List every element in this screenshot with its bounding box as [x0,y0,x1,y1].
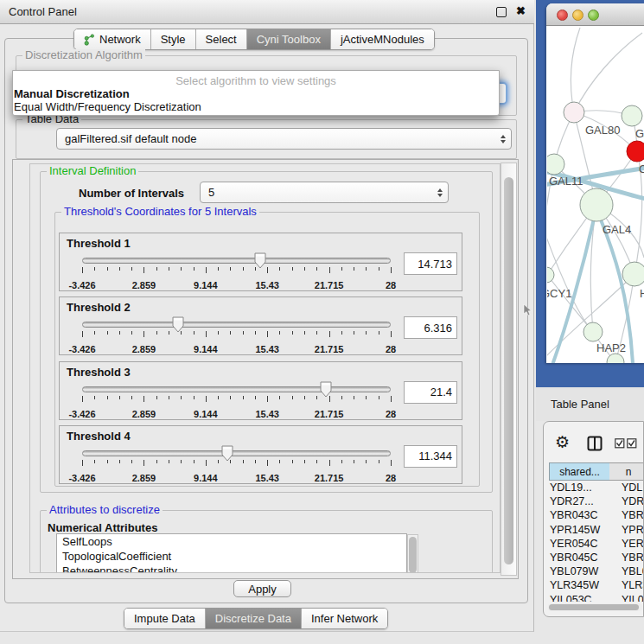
checkbox-pair-icon[interactable] [615,438,637,449]
tab-select[interactable]: Select [196,29,247,49]
mode-tab-infer-network[interactable]: Infer Network [302,609,387,628]
cell-name: YIL0 [622,594,644,602]
network-node-hap2[interactable] [583,322,603,341]
scrollbar-thumb[interactable] [504,177,513,564]
dropdown-option-manual-discretization[interactable]: Manual Discretization [13,87,499,100]
close-window-icon[interactable] [557,10,568,21]
column-header-shared-name[interactable]: shared... [549,462,610,481]
tick-label: 9.144 [194,344,218,354]
table-horizontal-scrollbar[interactable] [548,603,642,611]
interval-definition-group: Interval Definition Number of Intervals … [40,171,493,493]
network-node-ga[interactable] [622,105,642,126]
tick-label: -3.426 [68,473,95,483]
tab-jactivemnodules[interactable]: jActiveMNodules [331,29,434,49]
settings-panel-scrollbar[interactable] [501,163,517,576]
table-row[interactable]: YDR27...YDR2 [549,495,644,509]
table-row[interactable]: YIL053CYIL0 [549,594,644,602]
table-row[interactable]: YPR145WYPR1 [549,524,644,538]
tab-network[interactable]: Network [74,29,151,49]
tick-mark [94,460,95,463]
network-node-gal4[interactable] [580,188,613,221]
dropdown-option-equal-width-frequency-discretization[interactable]: Equal Width/Frequency Discretization [13,100,499,113]
network-node-c[interactable] [627,141,644,162]
tick-mark [206,331,207,337]
tick-label: 15.43 [255,473,279,483]
tick-label: 28 [386,344,396,354]
mode-tab-impute-data[interactable]: Impute Data [124,609,206,628]
tick-mark [279,396,280,399]
table-row[interactable]: YLR345WYLR3 [549,579,644,593]
numerical-attributes-list[interactable]: SelfLoopsTopologicalCoefficientBetweenne… [56,533,407,573]
gear-icon[interactable]: ⚙ [555,434,570,450]
tick-label: 15.43 [255,280,279,290]
table-row[interactable]: YER054CYER0 [549,538,644,552]
scrollbar-thumb[interactable] [549,604,639,610]
apply-button[interactable]: Apply [233,580,291,597]
zoom-window-icon[interactable] [588,10,599,21]
close-panel-icon[interactable]: ✖ [516,4,526,17]
slider-track[interactable] [82,386,391,392]
threshold-value-field[interactable]: 21.4 [404,381,457,404]
slider-track[interactable] [82,322,391,328]
network-edge[interactable] [571,28,580,112]
threshold-slider[interactable]: -3.4262.8599.14415.4321.71528 [82,383,391,421]
slider-handle[interactable] [254,252,266,269]
tab-style[interactable]: Style [151,29,196,49]
tab-label: Select [206,33,237,46]
tick-label: -3.426 [68,280,95,290]
node-label: GA [635,127,644,140]
network-node-gcy1[interactable] [547,267,554,283]
number-of-intervals-combobox[interactable]: 5 [200,182,449,203]
scrollbar-thumb[interactable] [409,537,417,573]
network-node-gal11[interactable] [547,154,564,175]
slider-track[interactable] [82,258,391,264]
attribute-item-selfloops[interactable]: SelfLoops [57,534,406,549]
network-node-h[interactable] [622,262,644,286]
number-of-intervals-value: 5 [201,186,214,199]
threshold-value-field[interactable]: 6.316 [404,316,457,339]
minimize-window-icon[interactable] [572,10,583,21]
tick-mark [131,267,132,271]
attributes-list-scrollbar[interactable] [407,534,418,573]
cell-name: YDL1 [622,481,644,494]
tick-mark [354,267,354,271]
node-label: C [639,163,644,175]
mode-tab-discretize-data[interactable]: Discretize Data [206,609,302,628]
tick-mark [82,460,83,466]
attribute-item-topologicalcoefficient[interactable]: TopologicalCoefficient [57,549,406,564]
slider-handle[interactable] [172,316,184,333]
cell-shared-name: YLR345W [550,579,599,591]
float-window-icon[interactable] [496,7,507,17]
slider-track[interactable] [82,450,391,456]
network-canvas[interactable]: GAL80GACGAL11GAL4GCY1HHAP2 [547,26,644,363]
column-layout-icon[interactable] [587,436,603,451]
slider-handle[interactable] [221,445,233,462]
threshold-value-field[interactable]: 14.713 [404,252,457,275]
tick-mark [206,396,207,402]
tick-mark [316,267,317,271]
tick-mark [107,460,108,463]
threshold-slider[interactable]: -3.4262.8599.14415.4321.71528 [82,318,391,356]
table-row[interactable]: YBR045CYBR0 [549,552,644,565]
cell-shared-name: YPR145W [550,524,600,536]
threshold-value-field[interactable]: 11.344 [404,445,457,468]
threshold-slider[interactable]: -3.4262.8599.14415.4321.71528 [82,254,391,292]
tab-cyni-toolbox[interactable]: Cyni Toolbox [247,29,331,49]
network-window-titlebar[interactable] [546,3,644,26]
attribute-item-betweennesscentrality[interactable]: BetweennessCentrality [57,564,406,573]
tick-mark [267,396,268,402]
tick-mark [156,267,157,271]
table-data-combobox[interactable]: galFiltered.sif default node [56,128,512,150]
settings-scroll-panel: Interval Definition Number of Intervals … [12,159,519,579]
column-header-name[interactable]: n [609,462,644,481]
threshold-panel-4: Threshold 4-3.4262.8599.14415.4321.71528… [59,425,462,484]
tick-label: 9.144 [194,280,218,290]
table-row[interactable]: YDL19...YDL1 [549,481,644,495]
network-edge[interactable] [574,33,642,112]
table-row[interactable]: YBL079WYBL0 [549,565,644,579]
slider-handle[interactable] [320,381,332,398]
threshold-slider[interactable]: -3.4262.8599.14415.4321.71528 [82,447,391,485]
cell-name: YER0 [622,538,644,550]
network-node-gal80[interactable] [564,102,584,123]
table-row[interactable]: YBR043CYBR0 [549,509,644,523]
